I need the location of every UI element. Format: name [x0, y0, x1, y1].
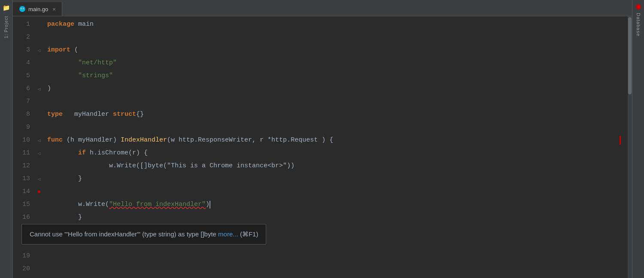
project-sidebar-label: 1: Project: [4, 16, 9, 38]
error-message: Cannot use '"Hello from indexHandler"' (…: [30, 230, 216, 238]
svg-point-5: [23, 9, 24, 9]
fold-marker-11[interactable]: ◁: [38, 151, 41, 156]
code-editor[interactable]: 1 2 3 4 5 6 7 8 9 10 11 12 13 14 15 16 ·…: [13, 16, 632, 278]
code-line-1: package main: [47, 18, 628, 31]
go-gopher-icon: [19, 6, 26, 12]
keyword-func: func: [47, 134, 63, 147]
keyword-type: type: [47, 108, 63, 121]
error-string: "Hello from indexHandler": [109, 198, 206, 211]
more-link[interactable]: more...: [218, 230, 238, 238]
code-line-6: ): [47, 82, 628, 95]
code-line-7: [47, 95, 628, 108]
scrollbar-thumb[interactable]: [628, 17, 632, 94]
code-line-4: "net/http": [47, 57, 628, 70]
left-sidebar: 📁 1: Project: [0, 0, 13, 278]
code-line-19: [47, 250, 628, 263]
code-line-11: if h.isChrome(r) {: [47, 147, 628, 160]
code-line-13: }: [47, 172, 628, 185]
code-line-15: w.Write("Hello from indexHandler"): [47, 198, 628, 211]
code-line-2: [47, 31, 628, 44]
fold-marker-13[interactable]: ◁: [38, 176, 41, 182]
cursor: [210, 201, 210, 208]
keyword-if: if: [78, 147, 86, 160]
code-line-20: [47, 263, 628, 275]
svg-point-4: [21, 9, 21, 9]
error-icon-14: ●: [37, 188, 41, 195]
error-tooltip: Cannot use '"Hello from indexHandler"' (…: [21, 224, 266, 245]
shortcut-hint: (⌘F1): [240, 230, 258, 238]
code-line-3: import (: [47, 44, 628, 57]
code-line-8: type myHandler struct{}: [47, 108, 628, 121]
code-line-5: "strings": [47, 70, 628, 82]
tab-filename: main.go: [28, 6, 48, 12]
tab-close-button[interactable]: ×: [52, 6, 56, 12]
right-sidebar: Database: [632, 0, 644, 278]
code-line-12: w.Write([]byte("This is a Chrome instanc…: [47, 160, 628, 172]
keyword-package: package: [47, 18, 74, 31]
fold-marker-10[interactable]: ◁: [38, 138, 41, 143]
database-sidebar-label: Database: [636, 13, 641, 36]
code-line-14: [47, 185, 628, 198]
folder-icon: 📁: [3, 4, 10, 12]
keyword-struct: struct: [113, 108, 136, 121]
fold-marker-6[interactable]: ◁: [38, 86, 41, 92]
error-dot-right: [636, 4, 641, 9]
code-line-9: [47, 121, 628, 134]
fold-marker-3[interactable]: ◁: [38, 48, 41, 53]
editor-container: main.go × 1 2 3 4 5 6 7 8 9 10 11 12 13 …: [13, 0, 632, 278]
code-line-10: func (h myHandler) IndexHandler(w http.R…: [47, 134, 628, 147]
tab-bar: main.go ×: [13, 0, 632, 16]
error-line-indicator: [620, 136, 621, 145]
keyword-import: import: [47, 44, 70, 57]
scrollbar-track[interactable]: [628, 16, 632, 278]
main-go-tab[interactable]: main.go ×: [13, 2, 62, 16]
code-line-16: }: [47, 211, 628, 224]
